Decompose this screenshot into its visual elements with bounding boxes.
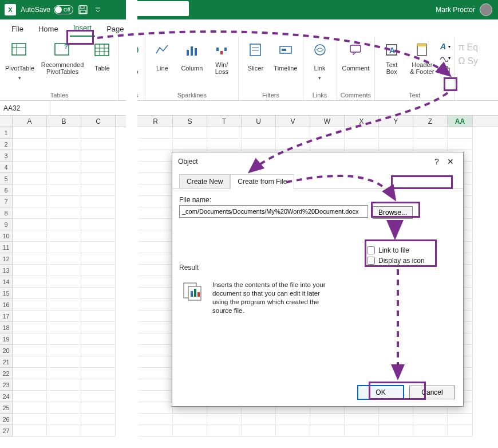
row-header[interactable]: 4 <box>0 162 13 173</box>
cell[interactable] <box>379 127 413 139</box>
cell[interactable] <box>47 402 81 414</box>
cell[interactable] <box>173 425 207 437</box>
cell[interactable] <box>13 345 47 356</box>
row-header[interactable]: 16 <box>0 299 13 311</box>
cell[interactable] <box>81 139 116 150</box>
cell[interactable] <box>242 139 276 150</box>
row-header[interactable]: 14 <box>0 276 13 288</box>
row-header[interactable]: 6 <box>0 184 13 196</box>
cell[interactable] <box>413 127 448 139</box>
cell[interactable] <box>81 230 116 242</box>
row-header[interactable]: 10 <box>0 230 13 242</box>
formula-bar[interactable] <box>50 101 498 115</box>
cell[interactable] <box>81 207 116 219</box>
cell[interactable] <box>139 242 173 253</box>
cell[interactable] <box>47 230 81 242</box>
cell[interactable] <box>47 322 81 333</box>
cell[interactable] <box>81 368 116 379</box>
cell[interactable] <box>13 207 47 219</box>
cell[interactable] <box>139 333 173 345</box>
cell[interactable] <box>81 391 116 402</box>
cell[interactable] <box>379 425 413 437</box>
column-header-U[interactable]: U <box>242 116 276 127</box>
3d-map-button[interactable]: 3D Map▾ <box>119 39 145 81</box>
row-header[interactable]: 5 <box>0 173 13 184</box>
cell[interactable] <box>13 288 47 299</box>
sparkline-line-button[interactable]: Line <box>149 39 175 77</box>
cell[interactable] <box>81 184 116 196</box>
cell[interactable] <box>139 219 173 230</box>
cell[interactable] <box>207 425 242 437</box>
cell[interactable] <box>81 333 116 345</box>
cell[interactable] <box>13 379 47 391</box>
cell[interactable] <box>47 196 81 207</box>
cell[interactable] <box>47 276 81 288</box>
cell[interactable] <box>413 425 448 437</box>
cell[interactable] <box>13 253 47 265</box>
cell[interactable] <box>139 299 173 311</box>
file-name-input[interactable] <box>179 205 368 218</box>
cell[interactable] <box>276 127 310 139</box>
cell[interactable] <box>47 368 81 379</box>
select-all-corner[interactable] <box>0 116 13 127</box>
row-header[interactable]: 12 <box>0 253 13 265</box>
row-header[interactable]: 8 <box>0 207 13 219</box>
cell[interactable] <box>139 162 173 173</box>
equation-icon[interactable]: π <box>458 42 464 53</box>
link-button[interactable]: Link▾ <box>307 39 333 81</box>
save-icon[interactable] <box>78 5 88 15</box>
column-header-A[interactable]: A <box>13 116 47 127</box>
cell[interactable] <box>139 276 173 288</box>
cell[interactable] <box>13 299 47 311</box>
column-header-AA[interactable]: AA <box>448 116 473 127</box>
cell[interactable] <box>276 414 310 425</box>
cell[interactable] <box>81 345 116 356</box>
row-header[interactable]: 13 <box>0 265 13 276</box>
slicer-button[interactable]: Slicer <box>242 39 268 77</box>
cell[interactable] <box>13 333 47 345</box>
row-header[interactable]: 3 <box>0 150 13 162</box>
cell[interactable] <box>276 139 310 150</box>
cell[interactable] <box>139 150 173 162</box>
cell[interactable] <box>139 414 173 425</box>
cell[interactable] <box>81 356 116 368</box>
cell[interactable] <box>47 379 81 391</box>
row-header[interactable]: 27 <box>0 425 13 437</box>
cell[interactable] <box>81 253 116 265</box>
document-title[interactable] <box>136 1 189 16</box>
cell[interactable] <box>139 253 173 265</box>
cell[interactable] <box>47 184 81 196</box>
wordart-icon[interactable]: A▾ <box>439 41 450 52</box>
cell[interactable] <box>47 127 81 139</box>
header-footer-button[interactable]: Header & Footer <box>408 39 436 77</box>
row-header[interactable]: 15 <box>0 288 13 299</box>
cell[interactable] <box>47 242 81 253</box>
cell[interactable] <box>276 425 310 437</box>
cell[interactable] <box>81 379 116 391</box>
cell[interactable] <box>81 414 116 425</box>
cell[interactable] <box>47 265 81 276</box>
column-header-R[interactable]: R <box>139 116 173 127</box>
row-header[interactable]: 11 <box>0 242 13 253</box>
row-header[interactable]: 7 <box>0 196 13 207</box>
cell[interactable] <box>310 139 345 150</box>
cell[interactable] <box>242 414 276 425</box>
cell[interactable] <box>13 219 47 230</box>
cell[interactable] <box>13 162 47 173</box>
cell[interactable] <box>81 219 116 230</box>
cell[interactable] <box>139 425 173 437</box>
column-header-Z[interactable]: Z <box>413 116 448 127</box>
cell[interactable] <box>47 219 81 230</box>
ok-button[interactable]: OK <box>358 386 404 399</box>
cell[interactable] <box>13 414 47 425</box>
tab-home[interactable]: Home <box>35 22 62 37</box>
column-header-B[interactable]: B <box>47 116 81 127</box>
cell[interactable] <box>13 127 47 139</box>
row-header[interactable]: 25 <box>0 402 13 414</box>
cell[interactable] <box>139 230 173 242</box>
cell[interactable] <box>139 368 173 379</box>
cell[interactable] <box>13 184 47 196</box>
cell[interactable] <box>139 127 173 139</box>
cell[interactable] <box>13 356 47 368</box>
cell[interactable] <box>47 345 81 356</box>
